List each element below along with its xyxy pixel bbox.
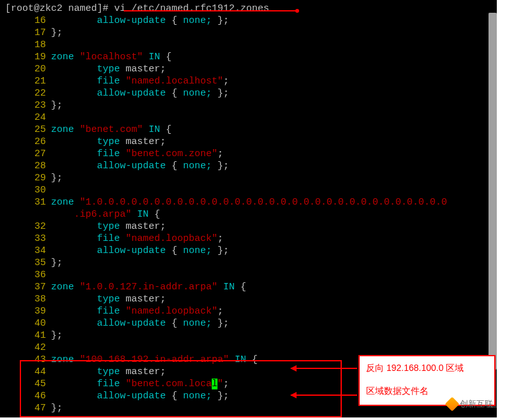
line-number	[5, 208, 51, 221]
watermark: 创新互联	[447, 398, 493, 410]
line-number: 16	[5, 15, 51, 27]
code-text: zone "1.0.0.0.0.0.0.0.0.0.0.0.0.0.0.0.0.…	[51, 196, 447, 208]
code-line: 42	[5, 342, 492, 354]
code-line: .ip6.arpa" IN {	[5, 208, 492, 221]
code-text	[51, 269, 57, 281]
code-text: type master;	[51, 293, 166, 305]
code-line: 24	[5, 112, 492, 124]
code-text: zone "benet.com" IN {	[51, 124, 172, 136]
code-line: 16 allow-update { none; };	[5, 15, 492, 27]
scrollbar-thumb[interactable]	[489, 13, 497, 370]
line-number: 33	[5, 233, 51, 245]
code-text: type master;	[51, 136, 166, 148]
code-text: file "named.localhost";	[51, 75, 229, 87]
line-number: 23	[5, 99, 51, 112]
code-text: type master;	[51, 221, 166, 233]
code-line: 37zone "1.0.0.127.in-addr.arpa" IN {	[5, 281, 492, 293]
code-text	[51, 39, 57, 51]
code-line: 18	[5, 39, 492, 51]
editor-content[interactable]: 16 allow-update { none; };17};18 19zone …	[5, 15, 492, 414]
line-number: 30	[5, 184, 51, 196]
code-line: 34 allow-update { none; };	[5, 245, 492, 257]
watermark-icon	[445, 397, 460, 412]
line-number: 31	[5, 196, 51, 208]
code-text	[51, 342, 57, 354]
line-number: 27	[5, 148, 51, 160]
line-number: 32	[5, 221, 51, 233]
line-number: 19	[5, 51, 51, 63]
line-number: 35	[5, 257, 51, 269]
code-line: 31zone "1.0.0.0.0.0.0.0.0.0.0.0.0.0.0.0.…	[5, 196, 492, 208]
line-number: 24	[5, 112, 51, 124]
annotation-arrow-1	[291, 368, 357, 369]
code-line: 35};	[5, 257, 492, 269]
code-line: 27 file "benet.com.zone";	[5, 148, 492, 160]
line-number: 34	[5, 245, 51, 257]
code-line: 36	[5, 269, 492, 281]
code-line: 20 type master;	[5, 63, 492, 75]
line-number: 39	[5, 305, 51, 317]
code-line: 30	[5, 184, 492, 196]
line-number: 26	[5, 136, 51, 148]
code-line: 38 type master;	[5, 293, 492, 305]
watermark-text: 创新互联	[460, 398, 493, 410]
line-number: 22	[5, 87, 51, 99]
line-number: 42	[5, 342, 51, 354]
line-number: 40	[5, 317, 51, 329]
code-text	[51, 184, 57, 196]
code-line: 23};	[5, 99, 492, 112]
line-number: 20	[5, 63, 51, 75]
code-text: };	[51, 329, 62, 342]
line-number: 28	[5, 160, 51, 172]
annotation-arrow-2	[291, 395, 357, 396]
code-line: 21 file "named.localhost";	[5, 75, 492, 87]
line-number: 29	[5, 172, 51, 184]
code-text: allow-update { none; };	[51, 87, 229, 99]
code-text: type master;	[51, 63, 166, 75]
code-text: allow-update { none; };	[51, 245, 229, 257]
code-text: file "named.loopback";	[51, 233, 223, 245]
code-line: 29};	[5, 172, 492, 184]
line-number: 25	[5, 124, 51, 136]
line-number: 21	[5, 75, 51, 87]
line-number: 36	[5, 269, 51, 281]
code-text: allow-update { none; };	[51, 15, 229, 27]
code-text: zone "localhost" IN {	[51, 51, 172, 63]
annotation-text-2: 区域数据文件名	[366, 386, 488, 397]
code-text: };	[51, 99, 62, 112]
line-number: 18	[5, 39, 51, 51]
code-line: 17};	[5, 27, 492, 39]
code-line: 39 file "named.loopback";	[5, 305, 492, 317]
code-line: 19zone "localhost" IN {	[5, 51, 492, 63]
code-text	[51, 112, 57, 124]
code-line: 40 allow-update { none; };	[5, 317, 492, 329]
code-text: file "named.loopback";	[51, 305, 223, 317]
annotation-underline-end	[295, 9, 299, 13]
annotation-underline	[124, 10, 296, 11]
code-line: 28 allow-update { none; };	[5, 160, 492, 172]
line-number: 38	[5, 293, 51, 305]
line-number: 37	[5, 281, 51, 293]
vertical-scrollbar[interactable]	[489, 13, 497, 408]
code-line: 41};	[5, 329, 492, 342]
shell-prompt: [root@zkc2 named]# vi /etc/named.rfc1912…	[5, 3, 492, 15]
line-number: 17	[5, 27, 51, 39]
code-text: zone "1.0.0.127.in-addr.arpa" IN {	[51, 281, 246, 293]
annotation-text-1: 反向 192.168.100.0 区域	[366, 363, 488, 374]
code-text: };	[51, 257, 62, 269]
code-line: 33 file "named.loopback";	[5, 233, 492, 245]
code-text: };	[51, 172, 62, 184]
code-text: .ip6.arpa" IN {	[51, 208, 160, 221]
line-number: 41	[5, 329, 51, 342]
code-line: 25zone "benet.com" IN {	[5, 124, 492, 136]
code-text: file "benet.com.zone";	[51, 148, 223, 160]
code-text: allow-update { none; };	[51, 317, 229, 329]
code-text: allow-update { none; };	[51, 160, 229, 172]
code-text: };	[51, 27, 62, 39]
code-line: 22 allow-update { none; };	[5, 87, 492, 99]
code-line: 32 type master;	[5, 221, 492, 233]
code-line: 26 type master;	[5, 136, 492, 148]
